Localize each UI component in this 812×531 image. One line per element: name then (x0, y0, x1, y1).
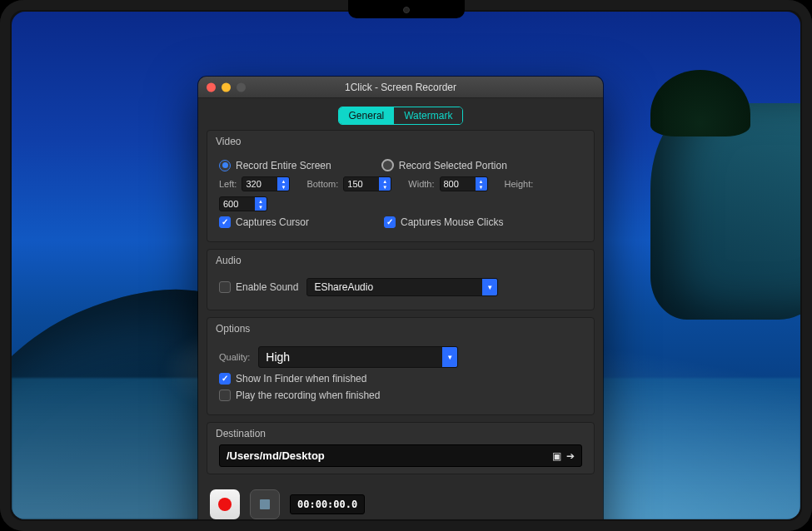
zoom-icon[interactable] (237, 82, 246, 92)
section-options: Options Quality: High ▾ Show In Finder w… (207, 317, 595, 415)
check-captures-clicks[interactable]: Captures Mouse Clicks (384, 216, 503, 228)
stepper-spin[interactable]: ▲▼ (277, 177, 289, 191)
record-button[interactable] (210, 489, 240, 519)
tab-general[interactable]: General (339, 107, 395, 124)
stepper-spin[interactable]: ▲▼ (476, 177, 487, 191)
select-value: High (259, 347, 442, 367)
close-icon[interactable] (207, 82, 216, 92)
app-window: 1Click - Screen Recorder General Waterma… (198, 77, 603, 519)
window-title: 1Click - Screen Recorder (198, 82, 603, 93)
controls-area: 00:00:00.0 This window will be hidden du… (198, 481, 603, 519)
checkbox-label: Captures Mouse Clicks (401, 216, 503, 228)
titlebar[interactable]: 1Click - Screen Recorder (198, 77, 603, 98)
section-video: Video Record Entire Screen Record Select… (207, 130, 595, 242)
radio-icon (381, 159, 394, 171)
section-audio: Audio Enable Sound EShareAudio ▾ (207, 249, 595, 310)
quality-label: Quality: (219, 352, 250, 362)
audio-device-select[interactable]: EShareAudio ▾ (306, 278, 498, 296)
stop-button[interactable] (250, 489, 280, 519)
radio-icon (219, 160, 231, 171)
left-stepper[interactable]: ▲▼ (242, 176, 290, 191)
laptop-notch (348, 0, 465, 18)
minimize-icon[interactable] (222, 82, 231, 92)
destination-field: ▣ ➔ (219, 444, 582, 467)
reveal-in-finder-icon[interactable]: ▣ (552, 450, 561, 462)
tab-bar: General Watermark (198, 98, 603, 130)
checkbox-label: Captures Cursor (236, 216, 309, 228)
left-label: Left: (219, 179, 237, 189)
section-destination: Destination ▣ ➔ (207, 422, 595, 474)
chevron-down-icon: ▾ (482, 279, 497, 295)
timecode: 00:00:00.0 (290, 494, 365, 514)
width-stepper[interactable]: ▲▼ (440, 176, 488, 191)
destination-input[interactable] (220, 445, 545, 466)
check-enable-sound[interactable]: Enable Sound (219, 281, 298, 293)
radio-record-entire[interactable]: Record Entire Screen (219, 160, 331, 171)
bottom-input[interactable] (344, 177, 379, 191)
bottom-stepper[interactable]: ▲▼ (343, 176, 391, 191)
radio-label: Record Entire Screen (236, 160, 331, 171)
desktop-wallpaper: 1Click - Screen Recorder General Waterma… (12, 12, 800, 519)
chevron-down-icon: ▾ (442, 347, 457, 367)
traffic-lights (207, 82, 246, 92)
stop-icon (260, 499, 270, 509)
check-play-when-finished[interactable]: Play the recording when finished (219, 390, 380, 401)
laptop-frame: 1Click - Screen Recorder General Waterma… (0, 0, 812, 531)
checkbox-icon (219, 390, 231, 401)
stepper-spin[interactable]: ▲▼ (379, 177, 391, 191)
checkbox-icon (219, 216, 231, 228)
tab-segment-group: General Watermark (338, 107, 464, 125)
quality-select[interactable]: High ▾ (258, 346, 458, 368)
wallpaper-trees (650, 70, 750, 136)
checkbox-icon (219, 281, 231, 293)
width-label: Width: (408, 179, 434, 189)
height-input[interactable] (220, 197, 255, 211)
check-captures-cursor[interactable]: Captures Cursor (219, 216, 309, 228)
radio-label: Record Selected Portion (399, 160, 507, 171)
choose-folder-icon[interactable]: ➔ (566, 450, 575, 462)
checkbox-icon (219, 373, 231, 385)
radio-record-portion[interactable]: Record Selected Portion (381, 159, 507, 171)
stepper-spin[interactable]: ▲▼ (255, 197, 267, 211)
bottom-label: Bottom: (306, 179, 338, 189)
select-value: EShareAudio (307, 279, 482, 295)
section-destination-title: Destination (207, 423, 594, 444)
checkbox-label: Enable Sound (236, 281, 298, 293)
section-audio-title: Audio (207, 250, 594, 271)
height-stepper[interactable]: ▲▼ (219, 196, 267, 211)
checkbox-label: Play the recording when finished (236, 390, 380, 401)
height-label: Height: (505, 179, 534, 189)
check-show-in-finder[interactable]: Show In Finder when finished (219, 373, 366, 385)
checkbox-label: Show In Finder when finished (236, 373, 366, 385)
left-input[interactable] (242, 177, 277, 191)
tab-watermark[interactable]: Watermark (394, 107, 462, 124)
record-icon (218, 498, 232, 511)
width-input[interactable] (441, 177, 476, 191)
section-options-title: Options (207, 318, 594, 340)
checkbox-icon (384, 216, 396, 228)
section-video-title: Video (207, 131, 594, 152)
